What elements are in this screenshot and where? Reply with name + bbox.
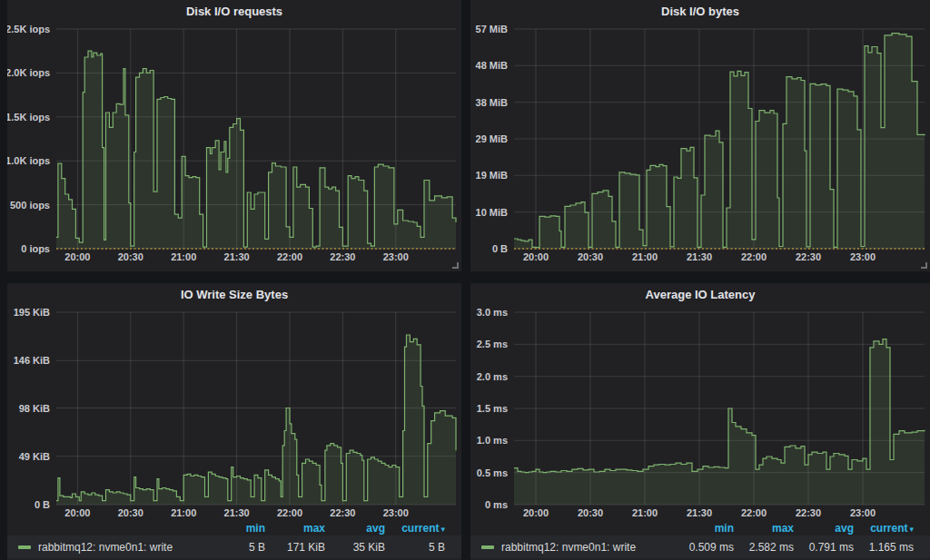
x-tick-label: 22:00 <box>741 507 767 518</box>
y-tick-label: 195 KiB <box>14 307 50 318</box>
legend-value-max: 2.582 ms <box>734 541 794 554</box>
legend-header-avg[interactable]: avg <box>794 522 854 535</box>
x-tick-label: 20:30 <box>118 251 143 262</box>
panel-disk-io-bytes: Disk I/O bytes 0 B10 MiB19 MiB29 MiB38 M… <box>470 0 930 271</box>
legend-value-min: 0.509 ms <box>674 541 734 554</box>
legend-header-min[interactable]: min <box>674 522 734 535</box>
legend-row: rabbitmq12: nvme0n1: write0.509 ms2.582 … <box>470 535 930 558</box>
chart-svg[interactable]: 0 B10 MiB19 MiB29 MiB38 MiB48 MiB57 MiB2… <box>470 22 930 264</box>
x-tick-label: 20:00 <box>64 251 90 262</box>
chart-canvas[interactable]: 0 B10 MiB19 MiB29 MiB38 MiB48 MiB57 MiB2… <box>470 22 930 264</box>
legend-header-row: minmaxavgcurrent▾ <box>7 520 461 535</box>
y-tick-label: 38 MiB <box>476 97 509 108</box>
legend-value-avg: 0.791 ms <box>794 541 854 554</box>
chart-canvas[interactable]: 0 iops500 iops1.0K iops1.5K iops2.0K iop… <box>7 22 461 264</box>
x-tick-label: 22:30 <box>330 251 355 262</box>
x-tick-label: 20:00 <box>64 507 90 518</box>
y-tick-label: 29 MiB <box>476 133 509 144</box>
y-tick-label: 49 KiB <box>19 451 50 462</box>
x-tick-label: 20:30 <box>578 251 603 262</box>
y-tick-label: 2.0 ms <box>477 371 508 382</box>
legend-header-row: minmaxavgcurrent▾ <box>470 520 930 535</box>
x-tick-label: 22:00 <box>277 507 302 518</box>
panel-title[interactable]: IO Write Size Bytes <box>7 283 461 305</box>
x-tick-label: 21:30 <box>687 251 712 262</box>
chart-svg[interactable]: 0 B49 KiB98 KiB146 KiB195 KiB20:0020:302… <box>7 305 461 520</box>
x-tick-label: 21:00 <box>632 507 658 518</box>
legend-header-current[interactable]: current▾ <box>854 522 914 535</box>
x-tick-label: 23:00 <box>850 251 876 262</box>
x-tick-label: 21:00 <box>632 251 658 262</box>
x-tick-label: 20:30 <box>118 507 143 518</box>
x-tick-label: 21:00 <box>171 251 196 262</box>
y-tick-label: 57 MiB <box>476 24 509 34</box>
x-tick-label: 21:30 <box>687 507 712 518</box>
panel-average-io-latency: Average IO Latency 0 ms0.5 ms1.0 ms1.5 m… <box>470 283 930 560</box>
panel-title[interactable]: Average IO Latency <box>470 283 930 305</box>
y-tick-label: 2.5K iops <box>7 24 50 34</box>
x-tick-label: 22:00 <box>277 251 302 262</box>
chart-svg[interactable]: 0 iops500 iops1.0K iops1.5K iops2.0K iop… <box>7 22 461 264</box>
y-tick-label: 2.5 ms <box>477 339 508 349</box>
legend-swatch-icon <box>481 545 494 549</box>
y-tick-label: 0 B <box>492 243 508 254</box>
panel-io-write-size-bytes: IO Write Size Bytes 0 B49 KiB98 KiB146 K… <box>7 283 461 560</box>
y-tick-label: 1.5K iops <box>7 112 50 123</box>
x-tick-label: 20:00 <box>523 507 549 518</box>
legend-value-current: 5 B <box>385 541 445 554</box>
chart-svg[interactable]: 0 ms0.5 ms1.0 ms1.5 ms2.0 ms2.5 ms3.0 ms… <box>470 305 930 520</box>
sort-caret-icon: ▾ <box>909 525 914 534</box>
sort-caret-icon: ▾ <box>440 525 445 534</box>
x-tick-label: 23:00 <box>383 507 409 518</box>
y-tick-label: 0 ms <box>485 499 508 510</box>
panel-title[interactable]: Disk I/O bytes <box>470 0 930 22</box>
legend: minmaxavgcurrent▾rabbitmq12: nvme0n1: wr… <box>470 520 930 558</box>
x-tick-label: 22:30 <box>796 507 821 518</box>
panel-resize-handle[interactable] <box>452 262 459 269</box>
y-tick-label: 3.0 ms <box>477 307 508 318</box>
y-tick-label: 0 iops <box>21 243 50 254</box>
legend-value-current: 1.165 ms <box>854 541 914 554</box>
y-tick-label: 0 B <box>35 499 50 510</box>
x-tick-label: 22:00 <box>741 251 767 262</box>
legend-series-name[interactable]: rabbitmq12: nvme0n1: write <box>38 541 205 554</box>
x-tick-label: 21:30 <box>224 251 250 262</box>
legend-series-name[interactable]: rabbitmq12: nvme0n1: write <box>501 541 674 554</box>
y-tick-label: 2.0K iops <box>7 67 50 78</box>
y-tick-label: 10 MiB <box>476 207 509 218</box>
panel-title[interactable]: Disk I/O requests <box>7 0 461 22</box>
x-tick-label: 20:00 <box>523 251 549 262</box>
legend-header-max[interactable]: max <box>734 522 794 535</box>
legend: minmaxavgcurrent▾rabbitmq12: nvme0n1: wr… <box>7 520 461 558</box>
y-tick-label: 1.0K iops <box>7 155 50 166</box>
x-tick-label: 23:00 <box>850 507 876 518</box>
legend-header-current[interactable]: current▾ <box>385 522 445 535</box>
legend-value-avg: 35 KiB <box>325 541 385 554</box>
legend-value-min: 5 B <box>205 541 265 554</box>
legend-header-min[interactable]: min <box>205 522 265 535</box>
legend-row: rabbitmq12: nvme0n1: write5 B171 KiB35 K… <box>7 535 461 558</box>
legend-header-max[interactable]: max <box>265 522 325 535</box>
x-tick-label: 22:30 <box>796 251 821 262</box>
x-tick-label: 20:30 <box>578 507 603 518</box>
x-tick-label: 21:00 <box>171 507 196 518</box>
x-tick-label: 22:30 <box>330 507 355 518</box>
y-tick-label: 146 KiB <box>14 355 50 366</box>
y-tick-label: 98 KiB <box>19 403 50 414</box>
y-tick-label: 48 MiB <box>476 60 509 71</box>
panel-resize-handle[interactable] <box>921 262 927 269</box>
y-tick-label: 0.5 ms <box>477 467 508 478</box>
y-tick-label: 1.0 ms <box>477 435 508 446</box>
y-tick-label: 19 MiB <box>476 170 509 181</box>
legend-swatch-icon <box>18 545 31 549</box>
legend-header-avg[interactable]: avg <box>325 522 385 535</box>
x-tick-label: 21:30 <box>224 507 250 518</box>
legend-value-max: 171 KiB <box>265 541 325 554</box>
chart-canvas[interactable]: 0 ms0.5 ms1.0 ms1.5 ms2.0 ms2.5 ms3.0 ms… <box>470 305 930 520</box>
panel-disk-io-requests: Disk I/O requests 0 iops500 iops1.0K iop… <box>7 0 461 271</box>
y-tick-label: 500 iops <box>10 200 50 211</box>
chart-canvas[interactable]: 0 B49 KiB98 KiB146 KiB195 KiB20:0020:302… <box>7 305 461 520</box>
y-tick-label: 1.5 ms <box>477 403 508 414</box>
x-tick-label: 23:00 <box>383 251 409 262</box>
